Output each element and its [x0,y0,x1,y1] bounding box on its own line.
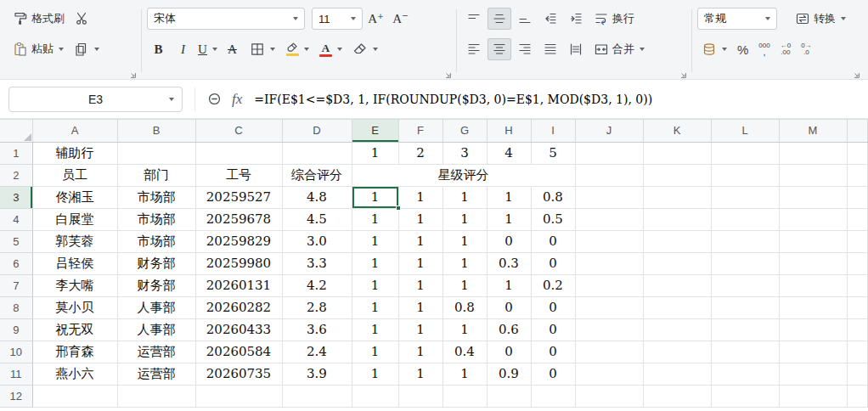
row-header-12[interactable]: 12 [0,385,32,407]
cell-J6[interactable] [575,252,643,274]
cell-F10[interactable]: 1 [398,341,442,363]
cell-C2[interactable]: 工号 [195,164,282,186]
row-header-1[interactable]: 1 [0,142,32,164]
cell-L9[interactable] [711,318,779,341]
italic-button[interactable]: I [172,39,194,60]
number-dialog-launcher[interactable] [852,69,860,77]
currency-format-button[interactable] [697,38,731,60]
cell-H12[interactable] [487,385,531,407]
cell-B4[interactable]: 市场部 [117,208,195,230]
row-header-7[interactable]: 7 [0,274,32,296]
cell-K8[interactable] [643,296,711,318]
convert-button[interactable]: 转换 [791,8,850,30]
cell-H7[interactable]: 1 [487,274,531,296]
cell-C9[interactable]: 20260433 [195,318,282,341]
cell-C4[interactable]: 20259678 [195,208,282,230]
insert-function-button[interactable]: fx [232,91,242,108]
cell-I8[interactable]: 0 [531,296,575,318]
align-bottom-button[interactable] [513,8,537,30]
cell-C12[interactable] [195,385,282,407]
column-header-M[interactable]: M [779,120,847,142]
select-all-corner[interactable] [0,120,32,142]
merge-cells-button[interactable]: 合并 [589,38,649,60]
column-header-F[interactable]: F [398,120,442,142]
column-header-K[interactable]: K [643,120,711,142]
cell-J8[interactable] [575,296,643,318]
fill-color-button[interactable] [281,39,313,59]
cell-D2[interactable]: 综合评分 [282,164,352,186]
align-top-button[interactable] [462,8,486,30]
cell-F5[interactable]: 1 [398,230,442,252]
cell-I10[interactable]: 0 [531,341,575,363]
cell-C10[interactable]: 20260584 [195,341,282,363]
formula-input[interactable]: =IF(E$1<=$D3, 1, IF(ROUNDUP($D3, 0)=E$1,… [254,93,860,106]
cell-M4[interactable] [779,208,847,230]
cell-H5[interactable]: 0 [487,230,531,252]
column-header-I[interactable]: I [531,120,575,142]
cell-C7[interactable]: 20260131 [195,274,282,296]
cell-D6[interactable]: 3.3 [282,252,352,274]
name-box[interactable]: E3 [8,87,183,112]
cell-J2[interactable] [575,164,643,186]
zoom-icon[interactable] [207,92,222,106]
cell-B7[interactable]: 财务部 [117,274,195,296]
strikethrough-button[interactable]: A [221,39,244,60]
font-size-select[interactable]: 11 [312,8,363,30]
cell-F6[interactable]: 1 [398,252,442,274]
align-left-button[interactable] [462,38,486,60]
cell-F7[interactable]: 1 [398,274,442,296]
cell-G6[interactable]: 1 [442,252,487,274]
cell-D10[interactable]: 2.4 [282,341,352,363]
alignment-dialog-launcher[interactable] [679,69,687,77]
cell-I11[interactable]: 0 [531,363,575,385]
cell-E7[interactable]: 1 [352,274,398,296]
fill-handle[interactable] [396,206,401,211]
cut-button[interactable] [70,8,94,30]
row-header-11[interactable]: 11 [0,363,32,385]
cell-E9[interactable]: 1 [352,318,398,341]
decrease-decimal-button[interactable]: 0→ .0 [797,39,815,59]
cell-H11[interactable]: 0.9 [487,363,531,385]
cell-A12[interactable] [32,385,117,407]
cell-A3[interactable]: 佟湘玉 [32,186,117,208]
cell-G8[interactable]: 0.8 [442,296,487,318]
format-painter-button[interactable]: 格式刷 [8,8,69,30]
column-header-C[interactable]: C [195,120,282,142]
column-header-H[interactable]: H [487,120,531,142]
cell-G12[interactable] [442,385,487,407]
cell-L2[interactable] [711,164,779,186]
cell-L5[interactable] [711,230,779,252]
increase-font-size-button[interactable]: A⁺ [364,8,387,30]
column-header-L[interactable]: L [711,120,779,142]
cell-D12[interactable] [282,385,352,407]
eraser-button[interactable] [348,38,382,60]
cell-J9[interactable] [575,318,643,341]
number-format-select[interactable]: 常规 [697,8,777,30]
cell-D3[interactable]: 4.8 [282,186,352,208]
font-color-button[interactable]: A [315,39,347,60]
cell-E3[interactable]: 1 [352,186,398,208]
cell-J3[interactable] [575,186,643,208]
cell-L11[interactable] [711,363,779,385]
cell-F4[interactable]: 1 [398,208,442,230]
cell-B6[interactable]: 财务部 [117,252,195,274]
cell-L10[interactable] [711,341,779,363]
distributed-align-button[interactable] [564,38,588,60]
cell-B2[interactable]: 部门 [117,164,195,186]
cell-E4[interactable]: 1 [352,208,398,230]
cell-D9[interactable]: 3.6 [282,318,352,341]
row-header-10[interactable]: 10 [0,341,32,363]
cell-A11[interactable]: 燕小六 [32,363,117,385]
column-header-B[interactable]: B [117,120,195,142]
cell-E11[interactable]: 1 [352,363,398,385]
cell-C3[interactable]: 20259527 [195,186,282,208]
cell-K6[interactable] [643,252,711,274]
cell-I1[interactable]: 5 [531,142,575,164]
cell-I12[interactable] [531,385,575,407]
row-header-9[interactable]: 9 [0,318,32,341]
cell-L6[interactable] [711,252,779,274]
align-middle-button[interactable] [488,8,511,30]
cell-L3[interactable] [711,186,779,208]
cell-A5[interactable]: 郭芙蓉 [32,230,117,252]
cell-E12[interactable] [352,385,398,407]
